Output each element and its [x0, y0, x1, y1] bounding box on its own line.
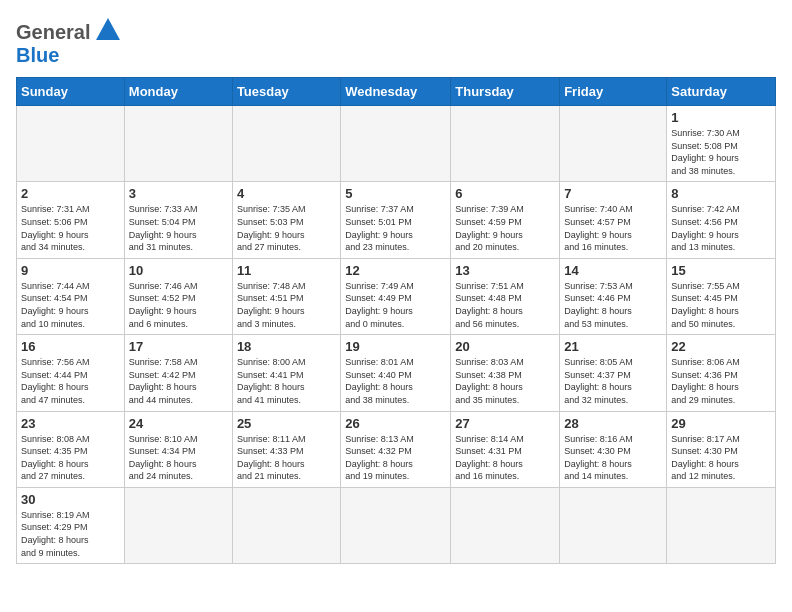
day-number: 4 [237, 186, 336, 201]
day-info: Sunrise: 7:37 AM Sunset: 5:01 PM Dayligh… [345, 203, 446, 253]
day-info: Sunrise: 8:14 AM Sunset: 4:31 PM Dayligh… [455, 433, 555, 483]
day-number: 24 [129, 416, 228, 431]
day-info: Sunrise: 7:33 AM Sunset: 5:04 PM Dayligh… [129, 203, 228, 253]
logo-general: General [16, 21, 90, 44]
day-info: Sunrise: 8:08 AM Sunset: 4:35 PM Dayligh… [21, 433, 120, 483]
calendar-cell: 18Sunrise: 8:00 AM Sunset: 4:41 PM Dayli… [232, 335, 340, 411]
day-info: Sunrise: 7:49 AM Sunset: 4:49 PM Dayligh… [345, 280, 446, 330]
day-number: 7 [564, 186, 662, 201]
calendar-cell: 4Sunrise: 7:35 AM Sunset: 5:03 PM Daylig… [232, 182, 340, 258]
calendar-cell: 8Sunrise: 7:42 AM Sunset: 4:56 PM Daylig… [667, 182, 776, 258]
calendar-cell [124, 487, 232, 563]
calendar-cell: 6Sunrise: 7:39 AM Sunset: 4:59 PM Daylig… [451, 182, 560, 258]
day-number: 23 [21, 416, 120, 431]
day-number: 27 [455, 416, 555, 431]
calendar-cell: 15Sunrise: 7:55 AM Sunset: 4:45 PM Dayli… [667, 258, 776, 334]
day-number: 29 [671, 416, 771, 431]
logo-blue: Blue [16, 44, 59, 66]
calendar-cell: 17Sunrise: 7:58 AM Sunset: 4:42 PM Dayli… [124, 335, 232, 411]
calendar-cell: 3Sunrise: 7:33 AM Sunset: 5:04 PM Daylig… [124, 182, 232, 258]
day-info: Sunrise: 7:46 AM Sunset: 4:52 PM Dayligh… [129, 280, 228, 330]
calendar-cell: 26Sunrise: 8:13 AM Sunset: 4:32 PM Dayli… [341, 411, 451, 487]
calendar-cell [232, 487, 340, 563]
day-number: 13 [455, 263, 555, 278]
weekday-header-monday: Monday [124, 78, 232, 106]
calendar-cell: 24Sunrise: 8:10 AM Sunset: 4:34 PM Dayli… [124, 411, 232, 487]
calendar-cell: 25Sunrise: 8:11 AM Sunset: 4:33 PM Dayli… [232, 411, 340, 487]
day-number: 3 [129, 186, 228, 201]
day-number: 25 [237, 416, 336, 431]
calendar-cell: 27Sunrise: 8:14 AM Sunset: 4:31 PM Dayli… [451, 411, 560, 487]
calendar-cell: 29Sunrise: 8:17 AM Sunset: 4:30 PM Dayli… [667, 411, 776, 487]
day-info: Sunrise: 7:35 AM Sunset: 5:03 PM Dayligh… [237, 203, 336, 253]
day-number: 28 [564, 416, 662, 431]
day-number: 16 [21, 339, 120, 354]
day-number: 10 [129, 263, 228, 278]
day-info: Sunrise: 8:10 AM Sunset: 4:34 PM Dayligh… [129, 433, 228, 483]
weekday-header-saturday: Saturday [667, 78, 776, 106]
day-info: Sunrise: 8:17 AM Sunset: 4:30 PM Dayligh… [671, 433, 771, 483]
day-info: Sunrise: 7:53 AM Sunset: 4:46 PM Dayligh… [564, 280, 662, 330]
calendar-cell: 22Sunrise: 8:06 AM Sunset: 4:36 PM Dayli… [667, 335, 776, 411]
calendar-cell [341, 106, 451, 182]
day-number: 8 [671, 186, 771, 201]
day-info: Sunrise: 7:30 AM Sunset: 5:08 PM Dayligh… [671, 127, 771, 177]
calendar-cell [124, 106, 232, 182]
day-info: Sunrise: 7:40 AM Sunset: 4:57 PM Dayligh… [564, 203, 662, 253]
calendar-cell: 11Sunrise: 7:48 AM Sunset: 4:51 PM Dayli… [232, 258, 340, 334]
day-number: 30 [21, 492, 120, 507]
calendar-cell [451, 106, 560, 182]
day-info: Sunrise: 8:11 AM Sunset: 4:33 PM Dayligh… [237, 433, 336, 483]
calendar-cell [451, 487, 560, 563]
calendar-cell [17, 106, 125, 182]
day-number: 17 [129, 339, 228, 354]
day-info: Sunrise: 8:19 AM Sunset: 4:29 PM Dayligh… [21, 509, 120, 559]
day-info: Sunrise: 8:00 AM Sunset: 4:41 PM Dayligh… [237, 356, 336, 406]
day-number: 26 [345, 416, 446, 431]
day-number: 20 [455, 339, 555, 354]
svg-marker-0 [96, 18, 120, 40]
day-info: Sunrise: 8:16 AM Sunset: 4:30 PM Dayligh… [564, 433, 662, 483]
calendar-cell: 23Sunrise: 8:08 AM Sunset: 4:35 PM Dayli… [17, 411, 125, 487]
day-number: 5 [345, 186, 446, 201]
day-number: 1 [671, 110, 771, 125]
calendar-cell: 9Sunrise: 7:44 AM Sunset: 4:54 PM Daylig… [17, 258, 125, 334]
calendar-cell [560, 487, 667, 563]
day-number: 15 [671, 263, 771, 278]
calendar-cell [560, 106, 667, 182]
day-number: 12 [345, 263, 446, 278]
day-info: Sunrise: 8:01 AM Sunset: 4:40 PM Dayligh… [345, 356, 446, 406]
day-info: Sunrise: 7:31 AM Sunset: 5:06 PM Dayligh… [21, 203, 120, 253]
calendar-cell: 30Sunrise: 8:19 AM Sunset: 4:29 PM Dayli… [17, 487, 125, 563]
calendar-cell: 10Sunrise: 7:46 AM Sunset: 4:52 PM Dayli… [124, 258, 232, 334]
calendar-cell: 13Sunrise: 7:51 AM Sunset: 4:48 PM Dayli… [451, 258, 560, 334]
day-number: 14 [564, 263, 662, 278]
day-info: Sunrise: 7:51 AM Sunset: 4:48 PM Dayligh… [455, 280, 555, 330]
day-info: Sunrise: 8:03 AM Sunset: 4:38 PM Dayligh… [455, 356, 555, 406]
calendar-cell: 14Sunrise: 7:53 AM Sunset: 4:46 PM Dayli… [560, 258, 667, 334]
day-info: Sunrise: 7:48 AM Sunset: 4:51 PM Dayligh… [237, 280, 336, 330]
calendar-cell [667, 487, 776, 563]
calendar-cell [341, 487, 451, 563]
calendar-cell [232, 106, 340, 182]
day-info: Sunrise: 8:13 AM Sunset: 4:32 PM Dayligh… [345, 433, 446, 483]
logo: General Blue [16, 16, 122, 67]
weekday-header-tuesday: Tuesday [232, 78, 340, 106]
day-info: Sunrise: 7:42 AM Sunset: 4:56 PM Dayligh… [671, 203, 771, 253]
day-number: 18 [237, 339, 336, 354]
day-number: 21 [564, 339, 662, 354]
day-info: Sunrise: 7:55 AM Sunset: 4:45 PM Dayligh… [671, 280, 771, 330]
weekday-header-friday: Friday [560, 78, 667, 106]
day-number: 6 [455, 186, 555, 201]
calendar-cell: 19Sunrise: 8:01 AM Sunset: 4:40 PM Dayli… [341, 335, 451, 411]
day-info: Sunrise: 8:06 AM Sunset: 4:36 PM Dayligh… [671, 356, 771, 406]
calendar-cell: 2Sunrise: 7:31 AM Sunset: 5:06 PM Daylig… [17, 182, 125, 258]
day-number: 22 [671, 339, 771, 354]
day-number: 11 [237, 263, 336, 278]
day-info: Sunrise: 7:58 AM Sunset: 4:42 PM Dayligh… [129, 356, 228, 406]
day-number: 9 [21, 263, 120, 278]
day-info: Sunrise: 8:05 AM Sunset: 4:37 PM Dayligh… [564, 356, 662, 406]
day-info: Sunrise: 7:44 AM Sunset: 4:54 PM Dayligh… [21, 280, 120, 330]
calendar-cell: 20Sunrise: 8:03 AM Sunset: 4:38 PM Dayli… [451, 335, 560, 411]
calendar-cell: 7Sunrise: 7:40 AM Sunset: 4:57 PM Daylig… [560, 182, 667, 258]
